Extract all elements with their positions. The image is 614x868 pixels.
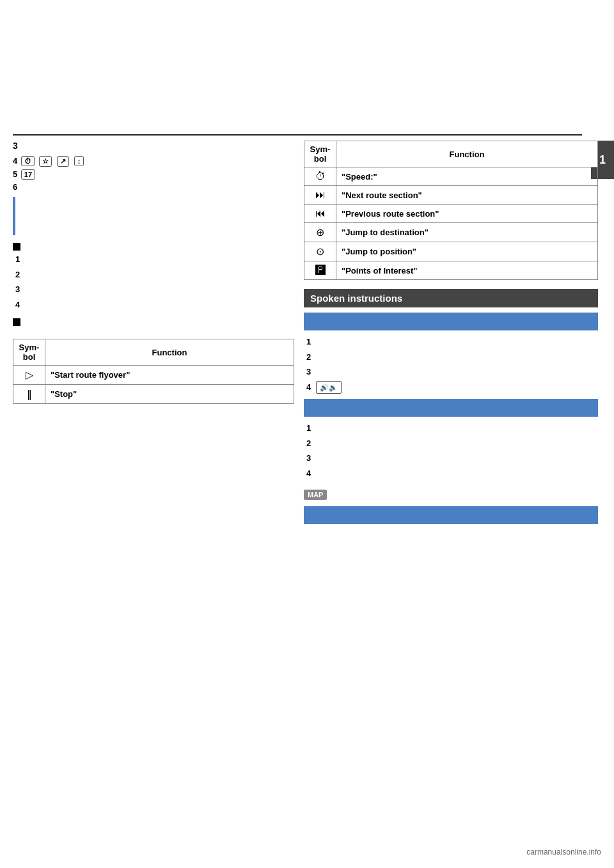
left-blue-box	[13, 197, 294, 235]
bottom-func-stop: "Stop"	[45, 385, 294, 404]
right-set2-num-2: 2	[304, 437, 598, 450]
spoken-blue-bar-1	[304, 313, 598, 330]
right-num-1: 1	[304, 336, 598, 348]
right-set2-num-1: 1	[304, 422, 598, 435]
left-num-4: 4	[13, 298, 294, 311]
sym-poi: 🅿	[304, 261, 336, 280]
table-row: ⊕ "Jump to destination"	[304, 223, 598, 242]
spoken-instructions-heading: Spoken instructions	[304, 289, 598, 307]
right-set2-num-3: 3	[304, 452, 598, 465]
table-row: ⏮ "Previous route section"	[304, 205, 598, 223]
sym-pos: ⊙	[304, 242, 336, 261]
right-set2-num-4: 4	[304, 467, 598, 480]
bullet-section-1: 1 2 3 4	[13, 242, 294, 311]
right-num-4: 4 🔊🔉	[304, 381, 598, 394]
top-divider	[13, 134, 582, 136]
right-column: Sym-bol Function ⏱ "Speed:" ⏭ "Next rout…	[304, 141, 598, 529]
bottom-table-header-sym: Sym-bol	[13, 339, 45, 366]
map-button-container: MAP	[304, 490, 598, 504]
bullet2-square	[13, 318, 20, 326]
item4-icon-arrow: ↗	[57, 156, 69, 167]
footer-logo: carmanualsonline.info	[526, 848, 601, 856]
top-table-header-sym: Sym-bol	[304, 141, 336, 167]
item4-icon-clock: ⏱	[21, 156, 35, 166]
sym-prev: ⏮	[304, 205, 336, 223]
bullet1-square	[13, 243, 20, 251]
table-row: ▷ "Start route flyover"	[13, 366, 294, 385]
table-row: ⏱ "Speed:"	[304, 167, 598, 186]
bottom-func-play: "Start route flyover"	[45, 366, 294, 385]
bottom-sym-stop: ‖	[13, 385, 45, 404]
item4-icon-updown: ↕	[74, 156, 84, 166]
item-5: 5 17	[13, 169, 294, 180]
bullet2-header	[13, 317, 294, 326]
bottom-table-container: Sym-bol Function ▷ "Start route flyover"…	[13, 339, 294, 404]
sym-speed: ⏱	[304, 167, 336, 186]
left-column: 3 4 ⏱ ☆ ↗ ↕ 5 17 6 1	[13, 141, 294, 413]
func-dest: "Jump to destination"	[336, 223, 598, 242]
func-prev: "Previous route section"	[336, 205, 598, 223]
table-row: ⏭ "Next route section"	[304, 186, 598, 205]
item5-icon: 17	[21, 169, 35, 180]
sym-next: ⏭	[304, 186, 336, 205]
sym-dest: ⊕	[304, 223, 336, 242]
left-num-2: 2	[13, 268, 294, 281]
spoken-blue-bar-3	[304, 506, 598, 524]
item-6: 6	[13, 182, 294, 192]
func-speed: "Speed:"	[336, 167, 598, 186]
item4-icon-star: ☆	[39, 156, 52, 167]
bullet1-header	[13, 242, 294, 251]
left-num-1: 1	[13, 253, 294, 266]
table-row: 🅿 "Points of Interest"	[304, 261, 598, 280]
bullet-section-2	[13, 317, 294, 326]
volume-icon: 🔊🔉	[316, 381, 342, 394]
spoken-blue-bar-2	[304, 399, 598, 417]
top-function-table: Sym-bol Function ⏱ "Speed:" ⏭ "Next rout…	[304, 141, 598, 280]
table-row: ‖ "Stop"	[13, 385, 294, 404]
func-next: "Next route section"	[336, 186, 598, 205]
left-num-3: 3	[13, 283, 294, 296]
func-poi: "Points of Interest"	[336, 261, 598, 280]
top-table-header-func: Function	[336, 141, 598, 167]
bottom-table-header-func: Function	[45, 339, 294, 366]
map-button[interactable]: MAP	[304, 490, 327, 500]
page-container: 1 3 4 ⏱ ☆ ↗ ↕ 5 17 6	[0, 0, 614, 868]
item-3-label: 3	[13, 141, 294, 151]
side-tab-label: 1	[599, 153, 606, 167]
func-pos: "Jump to position"	[336, 242, 598, 261]
right-num-2: 2	[304, 351, 598, 364]
table-row: ⊙ "Jump to position"	[304, 242, 598, 261]
bottom-function-table: Sym-bol Function ▷ "Start route flyover"…	[13, 339, 294, 404]
bottom-sym-play: ▷	[13, 366, 45, 385]
right-num-3: 3	[304, 366, 598, 378]
item-4: 4 ⏱ ☆ ↗ ↕	[13, 156, 294, 167]
